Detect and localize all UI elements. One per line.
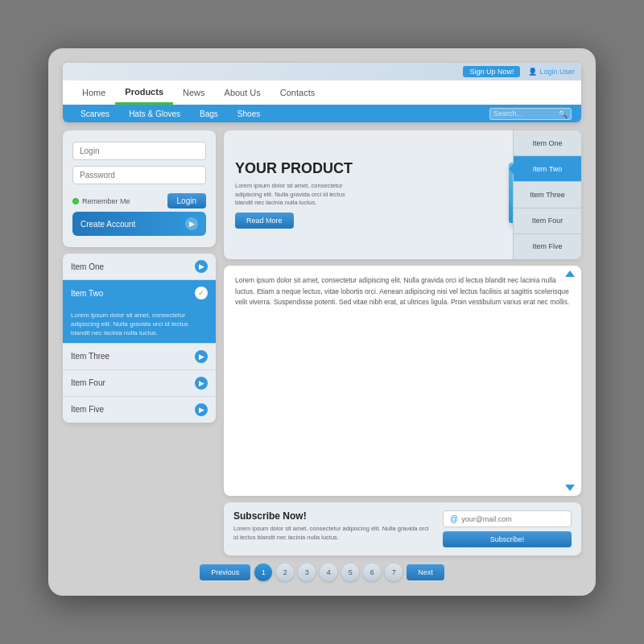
accordion-icon-4: ▶ <box>195 377 208 390</box>
login-form: Remember Me Login Create Account ▶ <box>63 130 216 247</box>
search-icon: 🔍 <box>558 109 568 118</box>
side-list-item-3[interactable]: Item Three <box>513 182 581 208</box>
accordion-item-3: Item Three ▶ <box>63 344 216 370</box>
nav-item-home[interactable]: Home <box>72 80 115 105</box>
product-banner: YOUR PRODUCT Lorem ipsum dolor sit amet,… <box>224 130 581 259</box>
page-number-2[interactable]: 2 <box>276 564 294 581</box>
user-icon: 👤 <box>528 68 537 76</box>
email-input[interactable] <box>461 515 564 523</box>
password-input[interactable] <box>72 166 206 184</box>
accordion-icon-3: ▶ <box>195 350 208 363</box>
accordion-header-1[interactable]: Item One ▶ <box>63 254 216 279</box>
email-input-wrapper: @ <box>443 510 572 527</box>
banner-content: YOUR PRODUCT Lorem ipsum dolor sit amet,… <box>224 130 485 259</box>
subscribe-button[interactable]: Subscribe! <box>443 531 572 547</box>
login-button[interactable]: Login <box>167 193 206 208</box>
page-number-4[interactable]: 4 <box>320 564 337 581</box>
scroll-text-content: Lorem ipsum dolor sit amet, consectetur … <box>235 275 570 308</box>
accordion-header-2[interactable]: Item Two ✓ <box>63 280 216 306</box>
accordion-body-2: Lorem ipsum dolor sit amet, consectetur … <box>63 306 216 343</box>
sub-item-hats[interactable]: Hats & Gloves <box>121 109 188 118</box>
subscribe-text: Subscribe Now! Lorem ipsum dolor sit ame… <box>233 510 435 542</box>
accordion-item-4: Item Four ▶ <box>63 370 216 397</box>
scroll-down-arrow[interactable] <box>565 485 575 491</box>
read-more-button[interactable]: Read More <box>235 213 294 229</box>
pillow-wrapper: Sign Up Now! 👤 Login User Home Products … <box>48 48 596 596</box>
accordion-header-5[interactable]: Item Five ▶ <box>63 397 216 423</box>
nav-item-news[interactable]: News <box>173 80 215 105</box>
nav-item-contacts[interactable]: Contacts <box>270 80 324 105</box>
pagination: Previous 1 2 3 4 5 6 7 Next <box>63 564 581 581</box>
main-content: Remember Me Login Create Account ▶ Item … <box>63 130 581 555</box>
create-account-button[interactable]: Create Account ▶ <box>72 212 206 236</box>
scroll-up-arrow[interactable] <box>565 270 575 277</box>
active-arrow <box>509 163 514 175</box>
subscribe-description: Lorem ipsum dolor sit amet, consectetur … <box>233 525 435 542</box>
prev-button[interactable]: Previous <box>200 564 250 580</box>
page-number-1[interactable]: 1 <box>254 564 272 581</box>
accordion-list: Item One ▶ Item Two ✓ Lorem ipsum dolor … <box>63 254 216 423</box>
accordion-item-1: Item One ▶ <box>63 254 216 280</box>
sub-item-shoes[interactable]: Shoes <box>229 109 268 118</box>
accordion-item-5: Item Five ▶ <box>63 397 216 423</box>
accordion-icon-5: ▶ <box>195 403 208 416</box>
signup-button[interactable]: Sign Up Now! <box>463 66 520 77</box>
nav-top: Sign Up Now! 👤 Login User <box>63 63 581 80</box>
page-number-6[interactable]: 6 <box>363 564 381 581</box>
right-column: YOUR PRODUCT Lorem ipsum dolor sit amet,… <box>224 130 581 555</box>
arrow-circle-icon: ▶ <box>185 217 198 230</box>
side-list: Item One Item Two Item Three Item Four I… <box>513 130 581 259</box>
subscribe-box: Subscribe Now! Lorem ipsum dolor sit ame… <box>224 502 581 555</box>
login-row: Remember Me Login <box>72 193 206 208</box>
login-link[interactable]: 👤 Login User <box>528 68 575 76</box>
page-number-3[interactable]: 3 <box>298 564 316 581</box>
scroll-arrows <box>565 266 575 496</box>
search-box: 🔍 <box>489 108 572 120</box>
nav-main: Home Products News About Us Contacts <box>63 80 581 105</box>
side-list-item-5[interactable]: Item Five <box>513 234 581 259</box>
remember-dot <box>72 198 79 204</box>
banner-description: Lorem ipsum dolor sit amet, consectetur … <box>235 182 348 208</box>
email-icon: @ <box>450 514 458 523</box>
subscribe-title: Subscribe Now! <box>233 510 435 522</box>
nav-item-about[interactable]: About Us <box>215 80 270 105</box>
next-button[interactable]: Next <box>407 564 444 580</box>
accordion-header-4[interactable]: Item Four ▶ <box>63 370 216 396</box>
accordion-icon-2: ✓ <box>195 287 208 299</box>
sub-item-scarves[interactable]: Scarves <box>72 109 118 118</box>
banner-title: YOUR PRODUCT <box>235 161 473 177</box>
login-input[interactable] <box>72 142 206 160</box>
side-list-item-2[interactable]: Item Two <box>513 156 581 182</box>
subscribe-form: @ Subscribe! <box>443 510 572 547</box>
accordion-header-3[interactable]: Item Three ▶ <box>63 344 216 369</box>
nav-sub: Scarves Hats & Gloves Bags Shoes 🔍 <box>63 105 581 122</box>
accordion-icon-1: ▶ <box>195 260 208 273</box>
side-list-item-4[interactable]: Item Four <box>513 208 581 234</box>
scroll-text-box: Lorem ipsum dolor sit amet, consectetur … <box>224 266 581 496</box>
nav-item-products[interactable]: Products <box>115 80 173 105</box>
side-list-item-1[interactable]: Item One <box>513 130 581 156</box>
sub-item-bags[interactable]: Bags <box>192 109 226 118</box>
search-input[interactable] <box>493 109 558 118</box>
page-number-7[interactable]: 7 <box>385 564 402 581</box>
page-number-5[interactable]: 5 <box>341 564 359 581</box>
accordion-item-2: Item Two ✓ Lorem ipsum dolor sit amet, c… <box>63 280 216 344</box>
remember-me: Remember Me <box>72 197 130 205</box>
navbar: Sign Up Now! 👤 Login User Home Products … <box>63 63 581 122</box>
left-column: Remember Me Login Create Account ▶ Item … <box>63 130 216 555</box>
